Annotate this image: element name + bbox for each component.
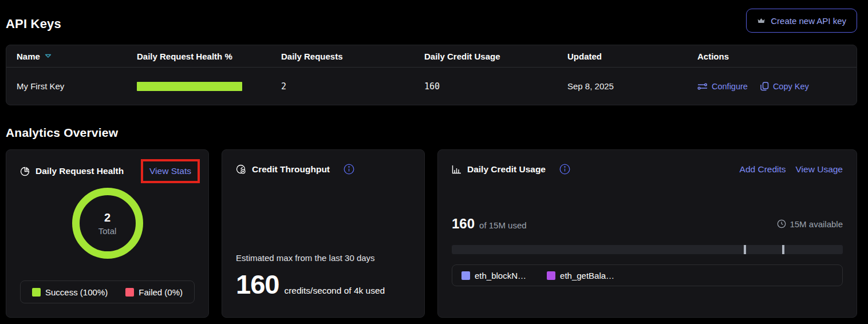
legend-item-failed: Failed (0%) [125, 287, 183, 297]
card-header: Daily Request Health View Stats [20, 164, 195, 179]
info-icon[interactable] [344, 164, 354, 175]
topbar: API Keys Create new API key [6, 0, 857, 33]
daily-credit-usage-value: 160 [424, 81, 567, 92]
info-icon[interactable] [559, 164, 570, 175]
clock-icon [777, 219, 786, 228]
daily-credit-usage-card: Daily Credit Usage Add Credits View Usag… [437, 149, 857, 318]
donut-total-value: 2 [104, 211, 111, 224]
analytics-cards: Daily Request Health View Stats 2 Total … [6, 149, 857, 318]
throughput-value: 160 [236, 268, 279, 300]
legend-item-eth-blocknumber: eth_blockN… [461, 271, 526, 280]
card-title: Daily Request Health [35, 166, 124, 176]
credits-available: 15M available [777, 219, 843, 229]
view-stats-link[interactable]: View Stats [149, 167, 191, 176]
annotation-highlight-box: View Stats [141, 159, 200, 183]
credit-throughput-card: Credit Throughput Estimated max from the… [222, 149, 425, 318]
usage-summary-row: 160 of 15M used 15M available [452, 216, 843, 232]
daily-request-health-card: Daily Request Health View Stats 2 Total … [6, 149, 209, 318]
column-header-requests: Daily Requests [281, 52, 424, 61]
progress-tick-1 [744, 245, 746, 254]
credits-available-label: 15M available [790, 219, 843, 229]
analytics-overview-title: Analytics Overview [6, 126, 857, 140]
column-header-credit-usage: Daily Credit Usage [424, 52, 567, 61]
configure-link[interactable]: Configure [697, 82, 748, 91]
donut-chart: 2 Total [20, 188, 195, 259]
key-name: My First Key [17, 81, 137, 91]
card-header-links: Add Credits View Usage [740, 164, 843, 175]
pie-chart-icon [20, 167, 30, 176]
health-bar [137, 82, 242, 91]
card-title: Daily Credit Usage [467, 164, 546, 175]
eth-blocknumber-swatch [461, 271, 470, 280]
sliders-icon [697, 82, 708, 90]
bar-chart-icon [452, 165, 461, 174]
api-keys-table: Name Daily Request Health % Daily Reques… [6, 45, 857, 105]
create-api-key-label: Create new API key [771, 16, 846, 26]
table-header-row: Name Daily Request Health % Daily Reques… [6, 45, 857, 68]
column-header-updated: Updated [567, 52, 697, 61]
gauge-icon [236, 164, 246, 174]
column-header-health: Daily Request Health % [137, 52, 281, 61]
credits-used-value: 160 [452, 216, 475, 232]
add-credits-link[interactable]: Add Credits [740, 164, 786, 175]
usage-legend: eth_blockN… eth_getBala… [452, 264, 843, 286]
credits-used-suffix: of 15M used [479, 220, 527, 230]
progress-tick-2 [782, 245, 784, 254]
failed-swatch [125, 288, 134, 297]
page-title: API Keys [6, 17, 61, 33]
success-swatch [32, 288, 41, 297]
view-usage-link[interactable]: View Usage [796, 164, 843, 175]
actions-cell: Configure Copy Key [697, 82, 846, 91]
api-keys-page: API Keys Create new API key Name Daily R… [0, 0, 868, 318]
table-row: My First Key 2 160 Sep 8, 2025 Configure [6, 68, 857, 105]
copy-key-link[interactable]: Copy Key [760, 82, 809, 91]
daily-requests-value: 2 [281, 81, 424, 92]
crown-icon [757, 17, 766, 25]
donut-total-label: Total [98, 226, 117, 236]
health-bar-cell [137, 82, 281, 91]
throughput-unit: credits/second of 4k used [284, 286, 385, 296]
column-header-actions: Actions [697, 52, 846, 61]
health-legend: Success (100%) Failed (0%) [20, 280, 195, 303]
card-title: Credit Throughput [252, 164, 330, 175]
legend-item-success: Success (100%) [32, 287, 108, 297]
column-header-name[interactable]: Name [17, 52, 137, 61]
card-header: Daily Credit Usage Add Credits View Usag… [452, 164, 843, 175]
create-api-key-button[interactable]: Create new API key [746, 9, 857, 33]
sort-chevron-icon[interactable] [45, 54, 52, 58]
throughput-stats: Estimated max from the last 30 days 160 … [236, 253, 411, 303]
legend-item-eth-getbalance: eth_getBala… [547, 271, 614, 280]
credit-usage-progress-bar [452, 245, 843, 254]
card-header: Credit Throughput [236, 164, 411, 175]
copy-icon [760, 82, 769, 91]
throughput-value-row: 160 credits/second of 4k used [236, 268, 411, 300]
estimate-label: Estimated max from the last 30 days [236, 253, 411, 263]
donut-ring: 2 Total [72, 188, 143, 259]
updated-value: Sep 8, 2025 [567, 81, 697, 91]
eth-getbalance-swatch [547, 271, 555, 280]
